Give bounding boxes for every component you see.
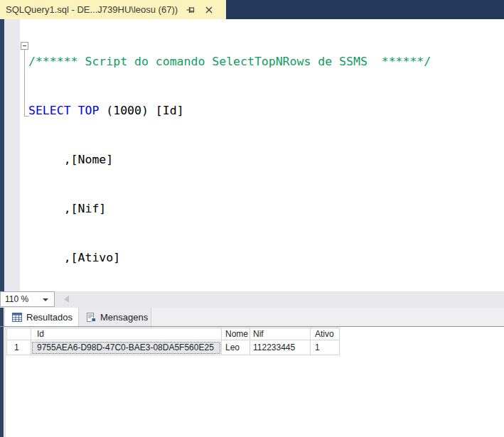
table-row: 1 9755AEA6-D98D-47C0-BAE3-08DA5F560E25 L… bbox=[7, 340, 340, 355]
ssms-window: SQLQuery1.sql - DE...J739HU\leosu (67)) bbox=[0, 0, 504, 437]
close-icon[interactable] bbox=[203, 4, 215, 16]
messages-icon bbox=[86, 313, 96, 322]
code-line: SELECT TOP (1000) [Id] bbox=[28, 102, 431, 119]
row-header-corner[interactable] bbox=[7, 328, 31, 340]
tab-resultados[interactable]: Resultados bbox=[4, 308, 79, 326]
cell-nome[interactable]: Leo bbox=[222, 340, 250, 355]
pin-icon[interactable] bbox=[185, 4, 196, 16]
sql-editor[interactable]: /****** Script do comando SelectTopNRows… bbox=[0, 19, 504, 291]
query-document-tab[interactable]: SQLQuery1.sql - DE...J739HU\leosu (67)) bbox=[0, 0, 226, 19]
chevron-down-icon bbox=[43, 298, 48, 301]
code-line: ,[Nome] bbox=[28, 151, 431, 168]
results-grid: Id Nome Nif Ativo 1 9755AEA6-D98D-47C0-B… bbox=[6, 328, 340, 355]
grid-header-row: Id Nome Nif Ativo bbox=[7, 328, 340, 340]
document-tab-bar: SQLQuery1.sql - DE...J739HU\leosu (67)) bbox=[0, 0, 504, 19]
column-header-nif[interactable]: Nif bbox=[250, 328, 311, 340]
row-number-cell[interactable]: 1 bbox=[7, 340, 31, 355]
scroll-left-icon[interactable] bbox=[64, 296, 69, 303]
left-border-line bbox=[4, 327, 6, 437]
left-border bbox=[0, 308, 4, 326]
column-header-id[interactable]: Id bbox=[31, 328, 222, 340]
selected-cell-value[interactable]: 9755AEA6-D98D-47C0-BAE3-08DA5F560E25 bbox=[32, 342, 220, 354]
editor-selection-margin bbox=[4, 19, 20, 291]
code-line: ,[Ativo] bbox=[28, 249, 431, 266]
editor-horizontal-scrollbar[interactable]: 110 % bbox=[0, 291, 504, 308]
zoom-level-value: 110 % bbox=[5, 294, 28, 304]
query-tab-title: SQLQuery1.sql - DE...J739HU\leosu (67)) bbox=[6, 4, 178, 15]
tab-resultados-label: Resultados bbox=[26, 312, 73, 323]
tab-mensagens[interactable]: Mensagens bbox=[79, 308, 151, 326]
left-border bbox=[0, 327, 4, 437]
code-line: /****** Script do comando SelectTopNRows… bbox=[28, 53, 431, 70]
column-header-ativo[interactable]: Ativo bbox=[311, 328, 340, 340]
results-pane: Id Nome Nif Ativo 1 9755AEA6-D98D-47C0-B… bbox=[0, 326, 504, 437]
code-fold-collapse-icon[interactable] bbox=[21, 42, 28, 50]
results-grid-icon bbox=[12, 313, 22, 322]
cell-id[interactable]: 9755AEA6-D98D-47C0-BAE3-08DA5F560E25 bbox=[31, 340, 222, 355]
code-line: ,[Nif] bbox=[28, 200, 431, 217]
tab-mensagens-label: Mensagens bbox=[100, 312, 148, 323]
results-tab-strip: Resultados Mensagens bbox=[0, 308, 504, 326]
column-header-nome[interactable]: Nome bbox=[222, 328, 250, 340]
cell-nif[interactable]: 112233445 bbox=[250, 340, 311, 355]
zoom-level-dropdown[interactable]: 110 % bbox=[0, 291, 55, 307]
cell-ativo[interactable]: 1 bbox=[311, 340, 340, 355]
